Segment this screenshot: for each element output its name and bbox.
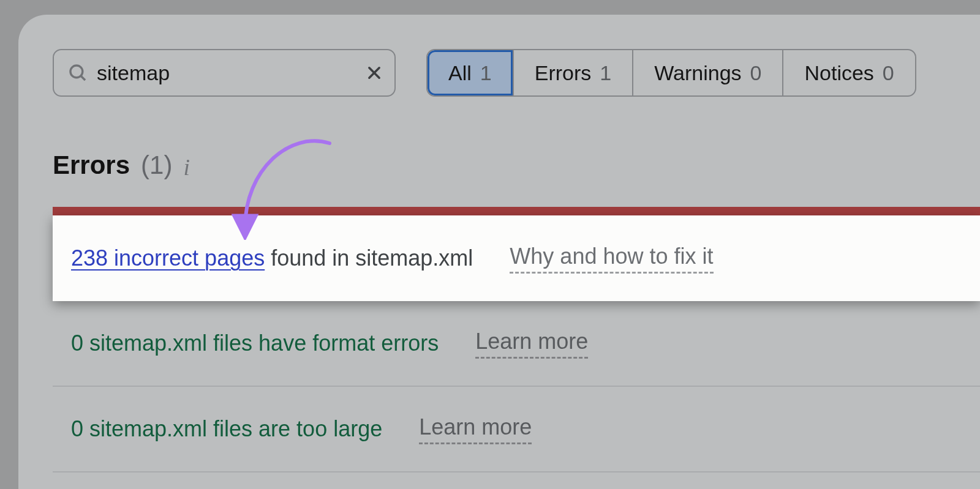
issues-panel: All 1 Errors 1 Warnings 0 Notices 0 Erro… bbox=[18, 15, 980, 489]
issue-row[interactable]: 0 sitemap.xml files have format errors L… bbox=[53, 301, 980, 387]
section-count: (1) bbox=[141, 151, 172, 180]
filter-count: 0 bbox=[750, 61, 762, 85]
issue-list: 238 incorrect pages found in sitemap.xml… bbox=[53, 215, 980, 472]
error-severity-bar bbox=[53, 207, 980, 215]
filter-warnings[interactable]: Warnings 0 bbox=[633, 50, 783, 95]
filter-label: Warnings bbox=[654, 61, 741, 85]
search-icon bbox=[67, 62, 88, 83]
issue-link[interactable]: 238 incorrect pages bbox=[71, 245, 265, 271]
filter-count: 0 bbox=[883, 61, 894, 85]
clear-icon[interactable] bbox=[366, 64, 383, 81]
issue-suffix: found in sitemap.xml bbox=[265, 245, 473, 271]
issue-text: 0 sitemap.xml files are too large bbox=[71, 416, 382, 442]
search-box[interactable] bbox=[53, 49, 396, 97]
search-input[interactable] bbox=[88, 61, 366, 85]
filter-notices[interactable]: Notices 0 bbox=[783, 50, 914, 95]
issue-text: 0 sitemap.xml files have format errors bbox=[71, 330, 439, 356]
info-icon[interactable]: i bbox=[183, 154, 190, 181]
section-header: Errors (1) i bbox=[53, 151, 980, 180]
svg-point-0 bbox=[70, 65, 83, 78]
issue-text: 238 incorrect pages found in sitemap.xml bbox=[71, 245, 473, 271]
help-link[interactable]: Why and how to fix it bbox=[510, 244, 713, 274]
issue-row[interactable]: 238 incorrect pages found in sitemap.xml… bbox=[53, 215, 980, 301]
help-link[interactable]: Learn more bbox=[419, 414, 532, 444]
issue-row[interactable]: 0 sitemap.xml files are too large Learn … bbox=[53, 387, 980, 472]
filter-count: 1 bbox=[480, 61, 492, 85]
svg-line-1 bbox=[81, 76, 85, 80]
help-link[interactable]: Learn more bbox=[475, 329, 588, 359]
filter-row: All 1 Errors 1 Warnings 0 Notices 0 bbox=[53, 49, 980, 97]
filter-errors[interactable]: Errors 1 bbox=[514, 50, 633, 95]
section-title: Errors bbox=[53, 151, 130, 180]
filter-count: 1 bbox=[600, 61, 611, 85]
filter-label: All bbox=[448, 61, 472, 85]
filter-label: Errors bbox=[535, 61, 592, 85]
filter-group: All 1 Errors 1 Warnings 0 Notices 0 bbox=[426, 49, 916, 97]
filter-all[interactable]: All 1 bbox=[428, 50, 514, 95]
filter-label: Notices bbox=[804, 61, 873, 85]
